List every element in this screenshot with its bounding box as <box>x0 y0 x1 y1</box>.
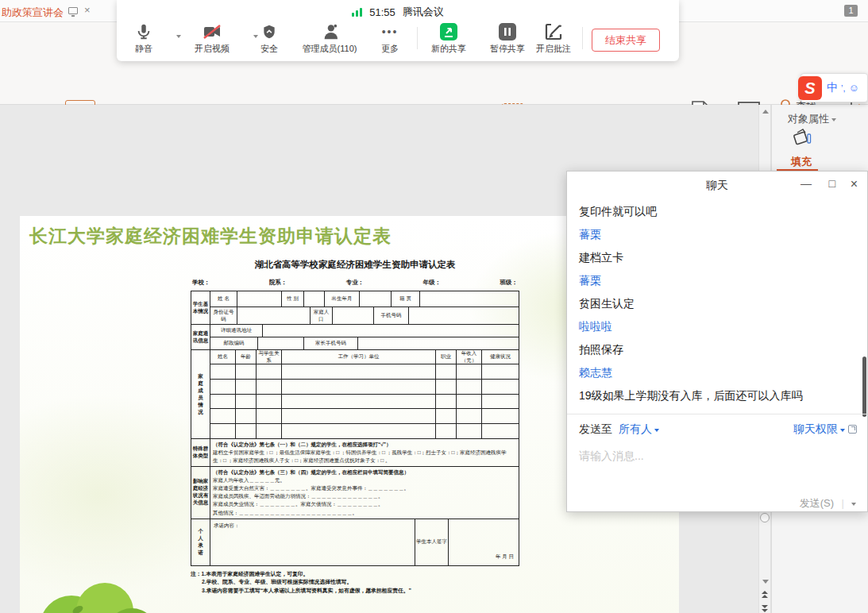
camera-icon <box>203 23 222 40</box>
chat-maximize-button[interactable]: □ <box>829 177 835 190</box>
chat-message: 19级如果上学期没有入库，后面还可以入库吗 <box>579 384 853 407</box>
sogou-logo[interactable]: S <box>798 76 822 100</box>
microphone-icon <box>135 22 152 41</box>
form-notes: 注：1.本表用于家庭经济困难学生认定，可复印。 2.学校、院系、专业、年级、班级… <box>191 570 519 596</box>
chat-message: 建档立卡 <box>579 246 853 269</box>
divider <box>417 27 418 49</box>
promise-label: 个人承诺 <box>198 528 204 557</box>
send-options-caret-icon[interactable] <box>851 503 856 508</box>
send-to-caret-icon[interactable] <box>654 429 659 434</box>
ime-emoji-icon[interactable]: ☺ <box>849 82 859 94</box>
economic-label: 影响家庭经济状况有关信息 <box>191 467 210 518</box>
chat-window: 聊天 — □ × 复印件就可以吧 蕃栗 建档立卡 蕃栗 贫困生认定 啦啦啦 拍照… <box>566 171 868 512</box>
chat-message: 复印件就可以吧 <box>579 200 853 223</box>
fill-bucket-icon[interactable] <box>791 127 813 149</box>
fill-tab[interactable]: 填充 <box>791 155 812 169</box>
economic-band: 影响家庭经济状况有关信息 （符合《认定办法》第七条（三）和（四）规定的学生，在相… <box>191 467 519 519</box>
chat-message: 贫困生认定 <box>579 292 853 315</box>
chat-message: 拍照保存 <box>579 338 853 361</box>
notification-badge[interactable]: 1 <box>844 5 858 17</box>
chat-footer: 发送至 所有人 聊天权限 请输入消息... 发送(S) | <box>567 414 867 414</box>
annotate-button[interactable]: 开启批注 <box>533 22 574 55</box>
more-button[interactable]: ••• 更多 <box>372 22 407 55</box>
divider <box>582 27 583 49</box>
tree-illustration <box>22 578 205 613</box>
scroll-up-icon[interactable] <box>762 110 769 114</box>
new-share-button[interactable]: 新的共享 <box>428 22 469 55</box>
basic-info-band: 学生基本情况 姓 名 性 别 出生年月 籍 贯 身份证号码 家庭人口 <box>191 291 519 325</box>
ime-mode[interactable]: 中 <box>827 81 838 95</box>
meeting-control-bar: 51:55 腾讯会议 静音 开启视频 安全 管理成员(110) ••• 更多 新… <box>117 0 679 61</box>
chat-scrollbar-thumb[interactable] <box>862 357 866 417</box>
send-to-select[interactable]: 所有人 <box>619 422 652 435</box>
chat-sender[interactable]: 蕃栗 <box>579 269 853 292</box>
send-button-row: 发送(S) | <box>800 496 856 511</box>
shield-icon <box>261 23 277 40</box>
ime-punct[interactable]: ’, <box>841 83 846 93</box>
chat-input[interactable]: 请输入消息... <box>579 449 644 464</box>
basic-label: 学生基本情况 <box>191 291 210 324</box>
form-title: 湖北省高等学校家庭经济困难学生资助申请认定表 <box>191 259 519 271</box>
contact-label: 家庭通讯信息 <box>191 325 210 349</box>
members-icon <box>320 23 339 40</box>
scrollbar-thumb[interactable] <box>760 513 770 522</box>
chat-minimize-button[interactable]: — <box>800 177 812 190</box>
family-label: 家庭成员情况 <box>198 373 204 416</box>
application-form: 湖北省高等学校家庭经济困难学生资助申请认定表 学校：院系：专业：年级：班级： 学… <box>191 259 519 595</box>
contact-band: 家庭通讯信息 详细通讯地址 邮政编码 家长手机号码 <box>191 325 519 350</box>
slide-title[interactable]: 长江大学家庭经济困难学生资助申请认定表 <box>29 224 392 249</box>
scroll-down-icon[interactable] <box>762 580 769 584</box>
annotate-pen-icon <box>544 22 563 41</box>
manage-members-button[interactable]: 管理成员(110) <box>295 22 365 55</box>
send-button[interactable]: 发送(S) <box>800 497 834 509</box>
document-tab[interactable]: 助政策宣讲会 <box>2 6 64 20</box>
family-band: 家庭成员情况 姓名 年龄 与学生关系 工作（学习）单位 职业 年收入（元） 健康… <box>191 350 519 439</box>
ime-bar[interactable]: S 中 ’, ☺ <box>800 73 868 102</box>
presentation-monitor-icon[interactable] <box>68 7 78 14</box>
meeting-status: 51:55 腾讯会议 <box>117 5 679 19</box>
special-band: 特殊群体类型 （符合《认定办法》第七条（一）和（二）规定的学生，在相应选择项打“… <box>191 439 519 467</box>
chat-sender[interactable]: 赖志慧 <box>579 361 853 384</box>
end-share-button[interactable]: 结束共享 <box>592 29 660 52</box>
pause-icon <box>498 22 517 41</box>
previous-slide-icon[interactable] <box>762 591 768 599</box>
more-dots-icon: ••• <box>372 22 407 41</box>
chat-title: 聊天 <box>567 179 867 193</box>
properties-title[interactable]: 对象属性 <box>788 112 836 126</box>
send-to-label: 发送至 <box>579 422 612 435</box>
chat-message-list[interactable]: 复印件就可以吧 蕃栗 建档立卡 蕃栗 贫困生认定 啦啦啦 拍照保存 赖志慧 19… <box>579 200 853 407</box>
tab-close-icon[interactable]: × <box>84 4 91 16</box>
special-label: 特殊群体类型 <box>191 439 210 466</box>
form-head-fields: 学校：院系：专业：年级：班级： <box>192 279 518 287</box>
share-screen-icon <box>439 22 458 41</box>
chat-permission-button[interactable]: 聊天权限 <box>793 422 857 437</box>
chat-sender[interactable]: 啦啦啦 <box>579 315 853 338</box>
meeting-timer: 51:55 <box>369 6 395 18</box>
wps-presentation-window: 助政策宣讲会 × 1 插入 设计 未同步 版式 ⟲ 重置 节 0 A A B I… <box>0 0 868 613</box>
pause-share-button[interactable]: 暂停共享 <box>487 22 528 55</box>
mute-dropdown-caret-icon[interactable] <box>176 35 181 40</box>
security-button[interactable]: 安全 <box>253 22 285 55</box>
next-slide-icon[interactable] <box>762 605 768 613</box>
meeting-app-name: 腾讯会议 <box>403 5 444 19</box>
chat-close-button[interactable]: × <box>851 177 858 191</box>
popout-icon[interactable] <box>848 425 857 434</box>
form-table: 学生基本情况 姓 名 性 别 出生年月 籍 贯 身份证号码 家庭人口 <box>191 291 519 566</box>
promise-band: 个人承诺 承诺内容： 学生本人签字 年 月 日 <box>191 519 519 565</box>
video-button[interactable]: 开启视频 <box>190 22 234 55</box>
mute-button[interactable]: 静音 <box>126 22 161 55</box>
chat-sender[interactable]: 蕃栗 <box>579 223 853 246</box>
signal-icon <box>352 7 362 17</box>
